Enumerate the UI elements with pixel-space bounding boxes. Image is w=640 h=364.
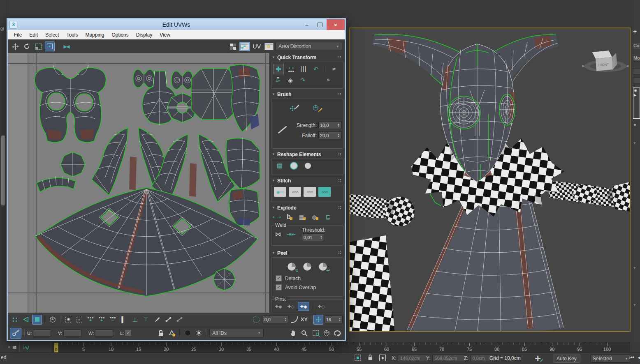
layers-icon[interactable]: ≋: [12, 344, 16, 350]
v-value-field[interactable]: [63, 329, 81, 336]
pin-tool-button[interactable]: ✚◆: [273, 302, 284, 311]
rollout-header[interactable]: ▼ Reshape Elements: [271, 151, 343, 158]
timeline-ruler[interactable]: 0 51015202530354045505560657075808590951…: [52, 342, 630, 353]
rollout-grip-icon[interactable]: [338, 206, 342, 210]
chevron-down-icon[interactable]: ▼: [633, 303, 640, 307]
polygon-mode-button[interactable]: [32, 315, 42, 325]
rollout-grip-icon[interactable]: [338, 152, 342, 156]
previous-frame-button[interactable]: ◀: [638, 355, 640, 360]
element-mode-button[interactable]: [48, 315, 58, 325]
shrink-loop-button[interactable]: −: [108, 315, 118, 325]
linear-align-button[interactable]: ◈: [285, 75, 295, 85]
menu-view[interactable]: View: [156, 31, 174, 39]
coordinate-x[interactable]: X:146,02cm: [392, 355, 428, 362]
mini-curve-editor-icon[interactable]: [23, 344, 29, 350]
go-to-start-button[interactable]: ⏮: [629, 355, 634, 361]
align-horizontal-button[interactable]: + +: [286, 64, 296, 74]
pin-move-button[interactable]: ✚◆: [298, 302, 309, 311]
vertex-mode-button[interactable]: [10, 315, 20, 325]
filter-selected-faces-icon[interactable]: [167, 328, 177, 338]
rollout-grip-icon[interactable]: [338, 55, 342, 59]
relax-element-button[interactable]: [289, 161, 299, 170]
relax-brush-button[interactable]: [313, 104, 325, 115]
rollout-header[interactable]: ▼ Brush: [271, 91, 343, 98]
grow-loop-button[interactable]: +: [86, 315, 95, 325]
straighten-selection-button[interactable]: ▤: [275, 161, 285, 170]
uv-window-toggle[interactable]: [240, 41, 250, 51]
rotate-ccw-button[interactable]: ↶: [311, 64, 321, 74]
paint-select-button[interactable]: [63, 315, 73, 325]
menu-options[interactable]: Options: [108, 31, 132, 39]
rollout-collapse-icon[interactable]: ▼: [272, 251, 275, 255]
modifier-stack-sliver[interactable]: ◉ ▶: [633, 88, 640, 119]
auto-key-button[interactable]: Auto Key: [553, 355, 580, 363]
uv-island-octagon-small[interactable]: [60, 152, 85, 177]
menu-display[interactable]: Display: [132, 31, 156, 39]
transform-gizmo-icon[interactable]: [379, 355, 386, 361]
falloff-spinner[interactable]: 20,0▲▼: [318, 131, 341, 139]
flatten-by-angle-button[interactable]: ◍: [310, 212, 320, 222]
pin-icon[interactable]: ✦: [633, 122, 640, 128]
zoom-extents-button[interactable]: [322, 328, 332, 338]
rollout-header[interactable]: ▼ Explode: [271, 204, 343, 211]
command-panel-button[interactable]: [633, 77, 640, 84]
falloff-curve-button[interactable]: [290, 315, 299, 325]
viewcube-front-label[interactable]: FRONT: [598, 62, 609, 67]
loop-column-button[interactable]: ▍: [119, 315, 129, 325]
chevron-down-icon[interactable]: ▼: [633, 141, 640, 145]
left-sliver-scrollbar[interactable]: [1, 136, 5, 205]
move-tool-button[interactable]: [10, 41, 20, 51]
rollout-collapse-icon[interactable]: ▼: [272, 55, 275, 59]
falloff-curve-icon[interactable]: [274, 125, 285, 136]
grow-ring-button[interactable]: +: [97, 315, 107, 325]
rollout-grip-icon[interactable]: [338, 92, 342, 96]
align-to-pelt-button[interactable]: ⊢: [141, 315, 151, 325]
paint-select-options-button[interactable]: [74, 315, 84, 325]
dialog-titlebar[interactable]: 3 Edit UVWs – ×: [8, 19, 345, 30]
move-brush-button[interactable]: [290, 104, 302, 115]
space-vertical-button[interactable]: |||: [299, 64, 308, 74]
avoid-overlap-checkbox[interactable]: ✓: [276, 284, 282, 290]
stitch-average-button[interactable]: ○○○: [289, 187, 301, 197]
menu-edit[interactable]: Edit: [26, 31, 42, 39]
stitch-target-button[interactable]: ◉○○: [274, 187, 286, 197]
zoom-tool-button[interactable]: [299, 328, 309, 338]
align-vertical-button[interactable]: ‡+: [273, 75, 283, 85]
rollout-collapse-icon[interactable]: ▼: [272, 152, 275, 156]
freeform-mode-button[interactable]: +: [45, 41, 55, 51]
brush-size-spinner[interactable]: 16▲▼: [325, 316, 343, 323]
relax-custom-button[interactable]: [303, 161, 313, 170]
break-by-material-button[interactable]: b: [285, 212, 294, 222]
stitch-custom-button[interactable]: ○○○: [318, 187, 331, 197]
align-left-right-buttons[interactable]: ⇄: [329, 64, 339, 74]
edit-uvws-dialog[interactable]: 3 Edit UVWs – × File Edit Select Tools M…: [7, 18, 346, 341]
peel-reset-button[interactable]: ↩: [317, 261, 329, 272]
menu-mapping[interactable]: Mapping: [81, 31, 108, 39]
coordinate-y[interactable]: Y:509,852cm: [426, 355, 466, 362]
pan-tool-button[interactable]: [288, 328, 298, 338]
flatten-by-group-button[interactable]: ▦: [297, 212, 307, 222]
edge-mode-button[interactable]: [21, 315, 31, 325]
rotate-angle-spinner[interactable]: 0,0▲▼: [263, 316, 288, 323]
detach-checkbox[interactable]: ✓: [276, 275, 282, 281]
command-panel-button[interactable]: [633, 68, 640, 75]
command-panel-field-mo[interactable]: Mo: [633, 55, 640, 62]
u-value-field[interactable]: [33, 329, 51, 336]
strength-spinner[interactable]: 10,0▲▼: [318, 121, 341, 129]
align-to-edge-button[interactable]: ⊥: [130, 315, 140, 325]
align-up-down-buttons[interactable]: ⇅: [323, 75, 333, 85]
freeze-selected-icon[interactable]: [194, 328, 204, 338]
unpin-tool-button[interactable]: ✚◇: [285, 302, 296, 311]
break-by-smoothing-button[interactable]: ⇠⇢: [272, 212, 282, 222]
zoom-to-gizmo-button[interactable]: [333, 328, 343, 338]
rollout-header[interactable]: ▼ Quick Transform: [271, 54, 343, 61]
stitch-source-button[interactable]: ○○○: [304, 187, 316, 197]
axis-label[interactable]: XY: [301, 316, 308, 323]
key-filter-dropdown[interactable]: Selected▼: [591, 355, 630, 363]
command-panel-field-co[interactable]: Co: [633, 43, 640, 49]
show-map-toggle[interactable]: [228, 41, 238, 51]
menu-select[interactable]: Select: [42, 31, 63, 39]
scale-tool-button[interactable]: [33, 41, 43, 51]
rollout-collapse-icon[interactable]: ▼: [272, 92, 275, 96]
paint-soft-selection-button[interactable]: [313, 315, 323, 325]
